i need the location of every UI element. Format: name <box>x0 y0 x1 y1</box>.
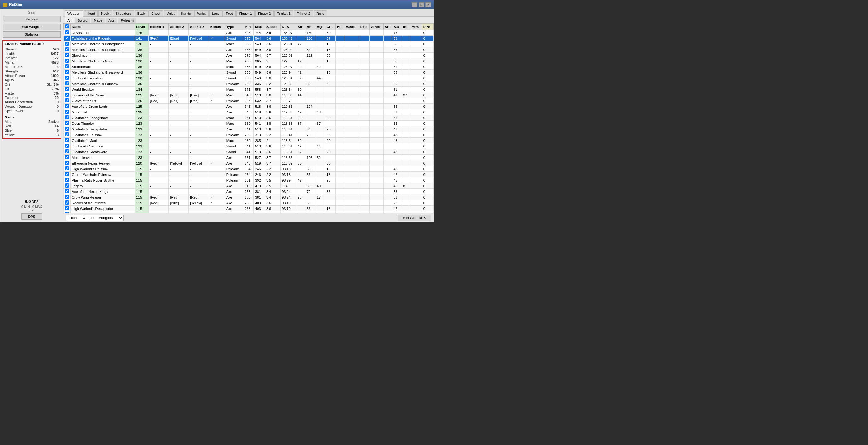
checkbox-cell[interactable] <box>64 194 71 200</box>
table-row[interactable]: Merciless Gladiator's Bonegrinder136---M… <box>64 41 434 47</box>
row-checkbox[interactable] <box>65 64 69 68</box>
row-checkbox[interactable] <box>65 76 69 80</box>
table-row[interactable]: Axe of the Nexus-Kings115---Axe2533813.4… <box>64 189 434 194</box>
checkbox-cell[interactable] <box>64 144 71 149</box>
select-all-checkbox[interactable] <box>65 24 69 28</box>
col-header-AP[interactable]: AP <box>305 24 315 30</box>
row-checkbox[interactable] <box>65 47 69 51</box>
checkbox-cell[interactable] <box>64 47 71 53</box>
row-checkbox[interactable] <box>65 104 69 108</box>
table-row[interactable]: Gladiator's Maul123---Mace1892852118.532… <box>64 138 434 144</box>
row-checkbox[interactable] <box>65 149 69 154</box>
slot-tab-trinket2[interactable]: Trinket 2 <box>294 10 313 17</box>
table-row[interactable]: Mooncleaver123---Axe3515273.7118.6510652… <box>64 155 434 160</box>
type-tab-axe[interactable]: Axe <box>105 18 117 23</box>
row-checkbox[interactable] <box>65 36 69 40</box>
slot-tab-relic[interactable]: Relic <box>314 10 327 17</box>
table-row[interactable]: Ethereum Nexus-Reaver120[Red][Yellow][Ye… <box>64 160 434 166</box>
checkbox-cell[interactable] <box>64 121 71 126</box>
table-row[interactable]: Twinblade of the Phoenix141[Red][Blue][Y… <box>64 36 434 41</box>
checkbox-cell[interactable] <box>64 183 71 189</box>
row-checkbox[interactable] <box>65 115 69 120</box>
checkbox-cell[interactable] <box>64 75 71 81</box>
slot-tab-finger1[interactable]: Finger 1 <box>237 10 255 17</box>
type-tab-sword[interactable]: Sword <box>75 18 90 23</box>
table-row[interactable]: Bloodmoon136---Axe3755643.7126.89112560 <box>64 53 434 58</box>
slot-tab-wrist[interactable]: Wrist <box>164 10 178 17</box>
checkbox-cell[interactable] <box>64 58 71 64</box>
table-row[interactable]: Gorehowl125---Axe3455183.6119.864943510 <box>64 109 434 115</box>
maximize-button[interactable]: □ <box>418 2 424 7</box>
table-row[interactable]: Devastation175---Axe4967443.9158.9715050… <box>64 30 434 36</box>
col-header-Exp[interactable]: Exp <box>359 24 369 30</box>
table-row[interactable]: High Warlord's Decapitator115---Axe26840… <box>64 206 434 212</box>
table-row[interactable]: Hammer of the Naaru125[Red][Red][Blue]✓M… <box>64 92 434 98</box>
slot-tab-shoulders[interactable]: Shoulders <box>113 10 134 17</box>
slot-tab-hands[interactable]: Hands <box>178 10 194 17</box>
row-checkbox[interactable] <box>65 166 69 170</box>
dps-button[interactable]: DPS <box>22 213 42 220</box>
slot-tab-finger2[interactable]: Finger 2 <box>255 10 274 17</box>
row-checkbox[interactable] <box>65 132 69 136</box>
row-checkbox[interactable] <box>65 98 69 102</box>
slot-tab-head[interactable]: Head <box>84 10 98 17</box>
statistics-button[interactable]: Statistics <box>3 31 61 37</box>
checkbox-cell[interactable] <box>64 189 71 194</box>
checkbox-cell[interactable] <box>64 166 71 172</box>
table-row[interactable]: Legacy115---Axe3194793.511480404680 <box>64 183 434 189</box>
type-tab-all[interactable]: All <box>65 18 74 23</box>
row-checkbox[interactable] <box>65 87 69 91</box>
checkbox-cell[interactable] <box>64 115 71 121</box>
col-header-Max[interactable]: Max <box>254 24 265 30</box>
type-tab-mace[interactable]: Mace <box>91 18 105 23</box>
table-row[interactable]: Merciless Gladiator's Decapitator136---A… <box>64 47 434 53</box>
col-header-Bonus[interactable]: Bonus <box>209 24 225 30</box>
row-checkbox[interactable] <box>65 53 69 57</box>
col-header-Type[interactable]: Type <box>225 24 243 30</box>
checkbox-cell[interactable] <box>64 155 71 160</box>
slot-tab-legs[interactable]: Legs <box>209 10 222 17</box>
checkbox-cell[interactable] <box>64 98 71 104</box>
minimize-button[interactable]: ─ <box>412 2 417 7</box>
checkbox-cell[interactable] <box>64 104 71 109</box>
checkbox-cell[interactable] <box>64 64 71 70</box>
col-header-Haste[interactable]: Haste <box>344 24 359 30</box>
col-header-SP[interactable]: SP <box>383 24 392 30</box>
row-checkbox[interactable] <box>65 155 69 159</box>
row-checkbox[interactable] <box>65 121 69 125</box>
row-checkbox[interactable] <box>65 30 69 34</box>
row-checkbox[interactable] <box>65 41 69 46</box>
table-row[interactable]: Deep Thunder123---Mace3605413.8118.55373… <box>64 121 434 126</box>
checkbox-cell[interactable] <box>64 53 71 58</box>
col-header-Crit[interactable]: Crit <box>325 24 336 30</box>
col-header-Socket 3[interactable]: Socket 3 <box>189 24 209 30</box>
checkbox-cell[interactable] <box>64 206 71 212</box>
table-row[interactable]: Reaver of the Infinites115[Red][Blue][Ye… <box>64 200 434 206</box>
row-checkbox[interactable] <box>65 110 69 114</box>
table-row[interactable]: High Warlord's Painsaw115---Polearm16424… <box>64 166 434 172</box>
slot-tab-back[interactable]: Back <box>134 10 148 17</box>
row-checkbox[interactable] <box>65 138 69 142</box>
table-container[interactable]: NameLevelSocket 1Socket 2Socket 3BonusTy… <box>63 23 434 213</box>
col-header-checkbox[interactable] <box>64 24 71 30</box>
row-checkbox[interactable] <box>65 127 69 131</box>
col-header-APen[interactable]: APen <box>370 24 383 30</box>
table-row[interactable]: Grand Marshal's Painsaw115---Polearm1642… <box>64 172 434 178</box>
checkbox-cell[interactable] <box>64 178 71 183</box>
col-header-Level[interactable]: Level <box>135 24 149 30</box>
col-header-Min[interactable]: Min <box>243 24 254 30</box>
table-row[interactable]: Merciless Gladiator's Painsaw136---Polea… <box>64 81 434 87</box>
table-row[interactable]: Lionheart Executioner136---Sword3655493.… <box>64 75 434 81</box>
col-header-Speed[interactable]: Speed <box>265 24 280 30</box>
col-header-Hit[interactable]: Hit <box>336 24 344 30</box>
row-checkbox[interactable] <box>65 161 69 165</box>
checkbox-cell[interactable] <box>64 160 71 166</box>
row-checkbox[interactable] <box>65 144 69 148</box>
table-row[interactable]: World Breaker134---Mace3715583.7125.5450… <box>64 87 434 92</box>
row-checkbox[interactable] <box>65 189 69 193</box>
col-header-Agi[interactable]: Agi <box>315 24 325 30</box>
table-row[interactable]: Gladiator's Bonegrinder123---Mace3415133… <box>64 115 434 121</box>
table-row[interactable]: Crow Wing Reaper115[Red][Red][Red]✓Axe25… <box>64 194 434 200</box>
checkbox-cell[interactable] <box>64 30 71 36</box>
checkbox-cell[interactable] <box>64 200 71 206</box>
